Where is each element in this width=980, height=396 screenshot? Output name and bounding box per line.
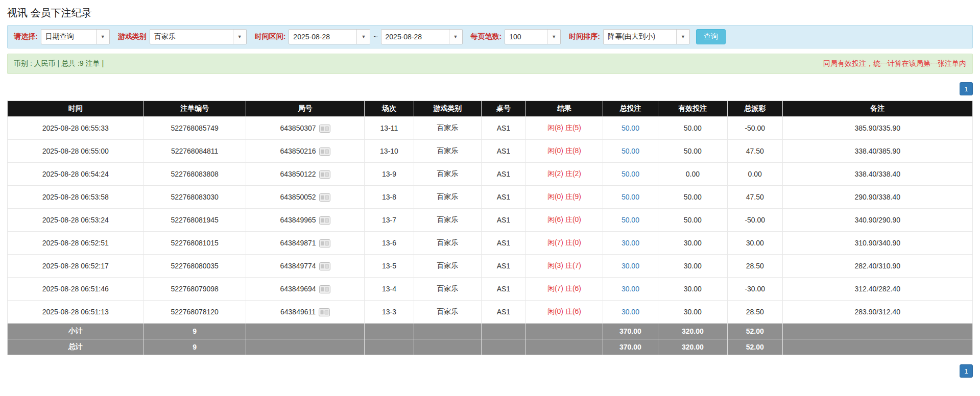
cell-result: 闲(3) 庄(7) bbox=[525, 255, 603, 278]
time-sort-input[interactable] bbox=[604, 30, 676, 44]
query-type-input[interactable] bbox=[41, 30, 96, 44]
cell-total-bet: 50.00 bbox=[603, 117, 658, 140]
cell-note: 310.90/340.90 bbox=[782, 232, 972, 255]
page-size-caret-button[interactable]: ▼ bbox=[547, 30, 560, 44]
cell-game-type: 百家乐 bbox=[414, 255, 481, 278]
game-type-caret-button[interactable]: ▼ bbox=[233, 30, 246, 44]
cell-total-bet: 50.00 bbox=[603, 163, 658, 186]
game-result-icon bbox=[319, 193, 330, 202]
time-sort-caret-button[interactable]: ▼ bbox=[676, 30, 689, 44]
game-result-icon bbox=[319, 170, 330, 179]
page-title: 视讯 会员下注纪录 bbox=[7, 6, 973, 20]
cell-time: 2025-08-28 06:52:51 bbox=[8, 232, 144, 255]
cell-note: 290.90/338.40 bbox=[782, 186, 972, 209]
cell-valid-bet: 30.00 bbox=[658, 255, 727, 278]
page-size-label: 每页笔数: bbox=[471, 32, 502, 41]
cell-game-type: 百家乐 bbox=[414, 232, 481, 255]
game-type-input[interactable] bbox=[150, 30, 233, 44]
footer-label: 总计 bbox=[8, 339, 144, 355]
game-type-select[interactable]: ▼ bbox=[150, 29, 247, 44]
round-detail-button[interactable] bbox=[319, 216, 330, 225]
filter-bar: 请选择: ▼ 游戏类别 ▼ 时间区间: ▼ ~ ▼ 每页笔数: ▼ 时间排序: … bbox=[7, 25, 973, 48]
cell-bet-id: 522768085749 bbox=[144, 117, 246, 140]
betting-records-table: 时间注单编号局号场次游戏类别桌号结果总投注有效投注总派彩备注 2025-08-2… bbox=[7, 101, 973, 355]
page-size-select[interactable]: ▼ bbox=[505, 29, 561, 44]
cell-bet-id: 522768081015 bbox=[144, 232, 246, 255]
result-player: 闲(7) bbox=[547, 238, 563, 246]
footer-empty-cell bbox=[414, 324, 481, 339]
cell-bet-id: 522768081945 bbox=[144, 209, 246, 232]
total-bet-link[interactable]: 30.00 bbox=[622, 285, 639, 293]
date-from-caret-button[interactable]: ▼ bbox=[356, 30, 370, 44]
table-row: 2025-08-28 06:52:17522768080035643849774… bbox=[8, 255, 973, 278]
round-detail-button[interactable] bbox=[319, 147, 330, 156]
summary-bar: 币别 : 人民币 | 总共 :9 注单 | 同局有效投注，统一计算在该局第一张注… bbox=[7, 54, 973, 74]
total-bet-link[interactable]: 50.00 bbox=[622, 170, 639, 178]
cell-game-type: 百家乐 bbox=[414, 209, 481, 232]
cell-payout: 28.50 bbox=[727, 301, 782, 324]
cell-game-type: 百家乐 bbox=[414, 117, 481, 140]
total-bet-link[interactable]: 50.00 bbox=[622, 216, 639, 224]
total-bet-link[interactable]: 50.00 bbox=[622, 124, 639, 132]
cell-time: 2025-08-28 06:53:24 bbox=[8, 209, 144, 232]
search-button[interactable]: 查询 bbox=[696, 29, 726, 44]
date-range-label: 时间区间: bbox=[255, 32, 286, 41]
game-result-icon bbox=[319, 239, 330, 247]
footer-label: 小计 bbox=[8, 324, 144, 339]
cell-session: 13-9 bbox=[365, 163, 414, 186]
cell-payout: 30.00 bbox=[727, 232, 782, 255]
query-type-select[interactable]: ▼ bbox=[41, 29, 110, 44]
page-size-input[interactable] bbox=[505, 30, 547, 44]
total-bet-link[interactable]: 50.00 bbox=[622, 193, 639, 201]
date-from-select[interactable]: ▼ bbox=[289, 29, 370, 44]
column-header: 结果 bbox=[525, 101, 603, 117]
footer-empty-cell bbox=[246, 324, 364, 339]
cell-session: 13-5 bbox=[365, 255, 414, 278]
round-detail-button[interactable] bbox=[319, 262, 330, 270]
footer-total-bet: 370.00 bbox=[603, 324, 658, 339]
cell-note: 385.90/335.90 bbox=[782, 117, 972, 140]
cell-session: 13-6 bbox=[365, 232, 414, 255]
footer-total-bet: 370.00 bbox=[603, 339, 658, 355]
round-detail-button[interactable] bbox=[319, 170, 330, 179]
cell-game-type: 百家乐 bbox=[414, 278, 481, 301]
query-type-caret-button[interactable]: ▼ bbox=[96, 30, 109, 44]
cell-payout: 47.50 bbox=[727, 186, 782, 209]
round-detail-button[interactable] bbox=[319, 125, 330, 133]
result-player: 闲(2) bbox=[547, 169, 563, 178]
cell-valid-bet: 50.00 bbox=[658, 186, 727, 209]
date-to-select[interactable]: ▼ bbox=[381, 29, 463, 44]
game-type-label: 游戏类别 bbox=[118, 32, 147, 41]
total-bet-link[interactable]: 30.00 bbox=[622, 262, 639, 270]
cell-table-no: AS1 bbox=[481, 186, 525, 209]
footer-empty-cell bbox=[246, 339, 364, 355]
total-bet-link[interactable]: 50.00 bbox=[622, 147, 639, 155]
cell-game-type: 百家乐 bbox=[414, 163, 481, 186]
result-player: 闲(7) bbox=[547, 284, 563, 292]
total-bet-link[interactable]: 30.00 bbox=[622, 239, 639, 247]
result-banker: 庄(2) bbox=[565, 169, 581, 178]
date-from-input[interactable] bbox=[289, 30, 356, 44]
cell-time: 2025-08-28 06:54:24 bbox=[8, 163, 144, 186]
round-id: 643849694 bbox=[280, 285, 316, 293]
column-header: 场次 bbox=[365, 101, 414, 117]
chevron-down-icon: ▼ bbox=[237, 34, 242, 39]
total-bet-link[interactable]: 30.00 bbox=[622, 308, 639, 316]
betting-records-page: 视讯 会员下注纪录 请选择: ▼ 游戏类别 ▼ 时间区间: ▼ ~ ▼ 每页笔数… bbox=[0, 0, 980, 396]
cell-table-no: AS1 bbox=[481, 278, 525, 301]
round-detail-button[interactable] bbox=[319, 308, 330, 316]
cell-time: 2025-08-28 06:52:17 bbox=[8, 255, 144, 278]
round-id: 643850216 bbox=[280, 147, 316, 156]
pagination-page-button[interactable]: 1 bbox=[960, 82, 973, 95]
time-sort-select[interactable]: ▼ bbox=[603, 29, 690, 44]
cell-round: 643850122 bbox=[246, 163, 364, 186]
date-to-input[interactable] bbox=[381, 30, 449, 44]
cell-result: 闲(2) 庄(2) bbox=[525, 163, 603, 186]
date-to-caret-button[interactable]: ▼ bbox=[449, 30, 462, 44]
cell-table-no: AS1 bbox=[481, 255, 525, 278]
pagination-page-button[interactable]: 1 bbox=[960, 364, 973, 378]
round-detail-button[interactable] bbox=[319, 193, 330, 202]
round-detail-button[interactable] bbox=[319, 239, 330, 247]
cell-session: 13-10 bbox=[365, 140, 414, 163]
round-detail-button[interactable] bbox=[319, 285, 330, 293]
